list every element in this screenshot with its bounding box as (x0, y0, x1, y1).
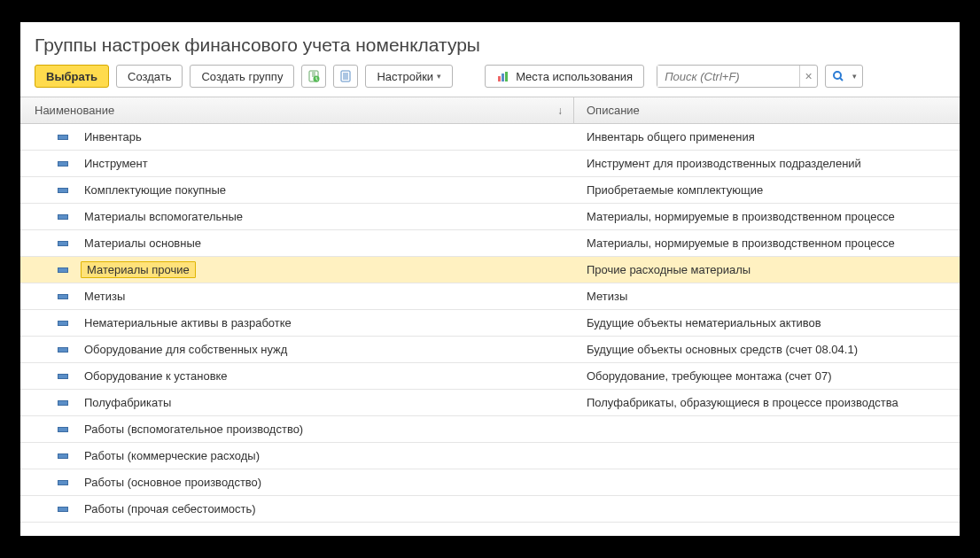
table-row[interactable]: Работы (коммерческие расходы) (20, 443, 960, 469)
table-row[interactable]: ПолуфабрикатыПолуфабрикаты, образующиеся… (20, 390, 960, 416)
column-header-name[interactable]: Наименование ↓ (20, 97, 574, 123)
toolbar: Выбрать Создать Создать группу Настройки… (20, 65, 960, 97)
table-row[interactable]: Оборудование к установкеОборудование, тр… (20, 363, 960, 390)
item-icon (58, 294, 68, 299)
item-icon (58, 480, 68, 485)
column-header-desc[interactable]: Описание (574, 104, 960, 117)
col-name-label: Наименование (35, 104, 114, 117)
usage-button[interactable]: Места использования (485, 65, 644, 88)
item-icon (58, 135, 68, 140)
page-title: Группы настроек финансового учета номенк… (20, 22, 960, 65)
item-icon (58, 321, 68, 326)
row-name-text: Метизы (81, 288, 128, 305)
table-body: ИнвентарьИнвентарь общего примененияИнст… (20, 124, 960, 523)
svg-rect-4 (502, 74, 504, 81)
table-row[interactable]: Материалы прочиеПрочие расходные материа… (20, 257, 960, 283)
cell-name: Материалы вспомогательные (20, 204, 574, 229)
select-button[interactable]: Выбрать (35, 65, 109, 88)
table-row[interactable]: Оборудование для собственных нуждБудущие… (20, 337, 960, 363)
cell-name: Инструмент (20, 151, 574, 176)
cell-name: Инвентарь (20, 124, 574, 150)
window: Группы настроек финансового учета номенк… (20, 22, 960, 536)
cell-name: Оборудование к установке (20, 363, 574, 389)
search-dropdown-button[interactable]: ▾ (825, 65, 863, 88)
row-name-text: Материалы основные (81, 235, 205, 252)
cell-name: Полуфабрикаты (20, 390, 574, 415)
chevron-down-icon: ▾ (852, 72, 857, 81)
table-row[interactable]: Работы (вспомогательное производство) (20, 416, 960, 443)
table-row[interactable]: ИнструментИнструмент для производственны… (20, 151, 960, 177)
settings-label: Настройки (377, 70, 433, 83)
svg-line-7 (840, 78, 843, 81)
cell-desc: Метизы (574, 290, 960, 303)
table-row[interactable]: Нематериальные активы в разработкеБудущи… (20, 310, 960, 337)
cell-desc: Прочие расходные материалы (574, 263, 960, 276)
refresh-button[interactable] (301, 65, 326, 88)
item-icon (58, 400, 68, 406)
svg-rect-5 (505, 72, 508, 81)
cell-desc: Инвентарь общего применения (574, 130, 960, 143)
item-icon (58, 453, 68, 459)
table-row[interactable]: ИнвентарьИнвентарь общего применения (20, 124, 960, 151)
search-field: × (657, 65, 818, 88)
item-icon (58, 507, 68, 512)
row-name-text: Работы (прочая себестоимость) (81, 500, 260, 517)
list-button[interactable] (333, 65, 358, 88)
row-name-text: Материалы вспомогательные (81, 208, 246, 225)
cell-desc: Будущие объекты основных средств (счет 0… (574, 343, 960, 356)
item-icon (58, 374, 68, 379)
chart-icon (496, 69, 510, 83)
row-name-text: Работы (коммерческие расходы) (81, 447, 263, 464)
item-icon (58, 161, 68, 167)
sort-descending-icon: ↓ (557, 105, 563, 117)
create-button[interactable]: Создать (116, 65, 183, 88)
cell-name: Нематериальные активы в разработке (20, 310, 574, 336)
row-name-text: Работы (основное производство) (81, 474, 265, 491)
list-icon (338, 69, 353, 83)
cell-name: Оборудование для собственных нужд (20, 337, 574, 362)
table-row[interactable]: Материалы основныеМатериалы, нормируемые… (20, 230, 960, 257)
settings-button[interactable]: Настройки ▾ (365, 65, 453, 88)
cell-desc: Инструмент для производственных подразде… (574, 157, 960, 170)
item-icon (58, 214, 68, 220)
item-icon (58, 241, 68, 246)
cell-name: Материалы прочие (20, 257, 574, 283)
col-desc-label: Описание (587, 104, 640, 117)
svg-rect-2 (341, 71, 350, 81)
cell-name: Работы (основное производство) (20, 469, 574, 495)
row-name-text: Работы (вспомогательное производство) (81, 421, 307, 438)
search-icon (831, 69, 845, 83)
cell-name: Метизы (20, 283, 574, 309)
item-icon (58, 267, 68, 273)
search-input[interactable] (657, 66, 799, 87)
create-group-button[interactable]: Создать группу (190, 65, 294, 88)
svg-point-6 (834, 72, 841, 79)
cell-name: Комплектующие покупные (20, 177, 574, 203)
row-name-text: Материалы прочие (81, 261, 196, 278)
table-row[interactable]: МетизыМетизы (20, 283, 960, 310)
cell-desc: Оборудование, требующее монтажа (счет 07… (574, 369, 960, 383)
cell-name: Материалы основные (20, 230, 574, 256)
usage-label: Места использования (516, 70, 633, 83)
row-name-text: Инвентарь (81, 128, 145, 145)
refresh-icon (307, 69, 321, 83)
table-row[interactable]: Работы (основное производство) (20, 469, 960, 496)
clear-search-button[interactable]: × (799, 66, 817, 87)
row-name-text: Нематериальные активы в разработке (81, 314, 295, 331)
row-name-text: Полуфабрикаты (81, 394, 175, 411)
cell-desc: Материалы, нормируемые в производственно… (574, 236, 960, 250)
table-row[interactable]: Комплектующие покупныеПриобретаемые комп… (20, 177, 960, 204)
table-row[interactable]: Материалы вспомогательныеМатериалы, норм… (20, 204, 960, 230)
item-icon (58, 188, 68, 193)
cell-name: Работы (прочая себестоимость) (20, 496, 574, 522)
cell-desc: Будущие объекты нематериальных активов (574, 316, 960, 329)
row-name-text: Оборудование для собственных нужд (81, 341, 291, 358)
chevron-down-icon: ▾ (437, 72, 441, 81)
table-header: Наименование ↓ Описание (20, 97, 960, 124)
cell-desc: Материалы, нормируемые в производственно… (574, 210, 960, 223)
table-row[interactable]: Работы (прочая себестоимость) (20, 496, 960, 523)
cell-name: Работы (вспомогательное производство) (20, 416, 574, 442)
row-name-text: Оборудование к установке (81, 368, 231, 384)
data-table: Наименование ↓ Описание ИнвентарьИнвента… (20, 97, 960, 523)
row-name-text: Комплектующие покупные (81, 182, 229, 198)
